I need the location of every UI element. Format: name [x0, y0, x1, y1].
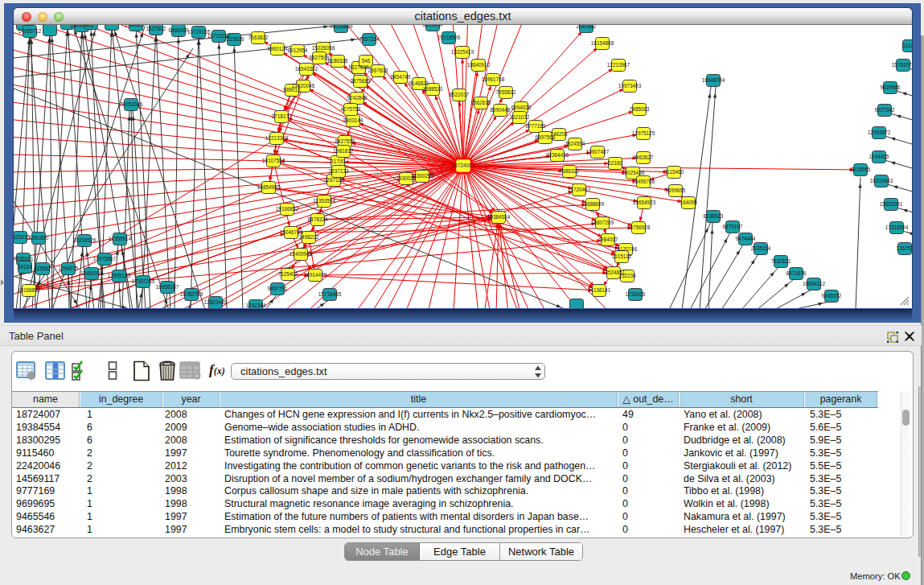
svg-text:16210643: 16210643: [870, 178, 893, 183]
svg-text:12213369: 12213369: [265, 135, 289, 141]
svg-text:62160: 62160: [608, 160, 622, 166]
svg-text:1581850: 1581850: [29, 235, 49, 241]
svg-text:12975125: 12975125: [632, 130, 655, 136]
svg-text:16648784: 16648784: [702, 77, 725, 83]
svg-text:16958107: 16958107: [156, 284, 179, 290]
svg-text:11451934: 11451934: [80, 270, 103, 276]
svg-text:14136141: 14136141: [588, 287, 611, 293]
svg-text:9327508: 9327508: [349, 64, 369, 70]
svg-text:11123: 11123: [903, 43, 912, 48]
svg-text:12409948: 12409948: [290, 251, 313, 257]
svg-text:2935114: 2935114: [751, 245, 771, 251]
svg-text:9777169: 9777169: [526, 123, 546, 129]
svg-text:19218506: 19218506: [437, 35, 461, 40]
svg-text:39154: 39154: [18, 264, 32, 270]
svg-text:1930022: 1930022: [396, 175, 417, 181]
svg-text:546: 546: [362, 58, 371, 64]
svg-text:10654112: 10654112: [803, 281, 825, 286]
svg-text:17359914: 17359914: [109, 236, 132, 241]
svg-text:7663822: 7663822: [248, 35, 269, 40]
svg-text:15756928: 15756928: [627, 225, 651, 230]
svg-text:12905135: 12905135: [108, 273, 131, 278]
svg-text:20091406: 20091406: [71, 25, 94, 28]
svg-text:15716485: 15716485: [318, 291, 342, 297]
svg-text:8813054: 8813054: [423, 25, 443, 27]
svg-text:6879197: 6879197: [723, 224, 743, 229]
svg-text:6994028: 6994028: [511, 105, 532, 110]
svg-text:7625402: 7625402: [278, 271, 298, 277]
svg-text:8990448: 8990448: [491, 107, 511, 113]
svg-text:1562615: 1562615: [471, 100, 491, 105]
svg-text:2803144: 2803144: [343, 117, 363, 123]
svg-text:16543382: 16543382: [295, 66, 318, 72]
svg-text:115682: 115682: [35, 266, 51, 271]
svg-text:3498222: 3498222: [299, 234, 319, 240]
svg-text:15751074: 15751074: [892, 62, 912, 68]
svg-text:1981812: 1981812: [334, 148, 354, 154]
svg-text:19654923: 19654923: [633, 200, 656, 205]
svg-text:7835001: 7835001: [14, 256, 34, 262]
svg-text:9827509: 9827509: [310, 55, 330, 60]
svg-text:1292344: 1292344: [246, 303, 266, 308]
svg-text:19384554: 19384554: [487, 214, 511, 220]
svg-text:16854985: 16854985: [257, 184, 281, 190]
svg-text:7955812: 7955812: [496, 89, 516, 95]
svg-text:13495786: 13495786: [632, 179, 655, 184]
svg-text:14055712: 14055712: [18, 28, 42, 34]
svg-text:8522037: 8522037: [450, 92, 470, 97]
svg-text:7357224: 7357224: [359, 36, 380, 42]
svg-text:16914479: 16914479: [304, 272, 327, 278]
svg-text:1621072: 1621072: [510, 114, 530, 120]
svg-text:3875685: 3875685: [351, 78, 371, 84]
svg-text:10607487: 10607487: [586, 149, 610, 154]
svg-text:1527602: 1527602: [146, 26, 166, 31]
svg-text:8454749: 8454749: [391, 74, 411, 80]
svg-text:7386322: 7386322: [560, 168, 580, 174]
svg-text:9245052: 9245052: [822, 293, 842, 299]
svg-text:1615132: 1615132: [612, 253, 632, 259]
svg-text:15720407: 15720407: [568, 187, 591, 192]
svg-text:126753: 126753: [896, 245, 912, 251]
svg-text:3267110: 3267110: [324, 177, 344, 183]
svg-text:15226058: 15226058: [312, 45, 335, 51]
svg-text:9329966: 9329966: [881, 84, 901, 90]
svg-text:8878334: 8878334: [308, 216, 328, 222]
svg-text:10688609: 10688609: [581, 201, 605, 207]
svg-text:12823448: 12823448: [204, 299, 228, 305]
svg-text:9227342: 9227342: [875, 107, 895, 113]
svg-text:9474444: 9474444: [736, 236, 756, 241]
svg-text:19166852: 19166852: [18, 287, 41, 293]
svg-text:12213967: 12213967: [607, 62, 630, 68]
svg-text:9242848: 9242848: [347, 95, 368, 101]
svg-text:10973493: 10973493: [618, 83, 642, 89]
svg-text:3537133: 3537133: [329, 168, 349, 174]
svg-text:16782759: 16782759: [180, 291, 203, 297]
svg-text:7515526: 7515526: [224, 36, 244, 42]
svg-text:2687682: 2687682: [577, 25, 597, 29]
svg-text:17016504: 17016504: [885, 225, 909, 230]
svg-text:2718170: 2718170: [272, 113, 292, 119]
svg-text:2367608: 2367608: [368, 68, 388, 73]
svg-text:18724007: 18724007: [452, 163, 475, 168]
svg-text:8471676: 8471676: [786, 270, 807, 276]
svg-text:8427552: 8427552: [335, 138, 355, 144]
svg-text:8186328: 8186328: [328, 58, 348, 64]
svg-text:252234: 252234: [618, 273, 636, 278]
svg-text:9146821: 9146821: [409, 80, 429, 86]
svg-text:10853257: 10853257: [125, 25, 148, 27]
svg-text:1244415: 1244415: [869, 154, 889, 159]
svg-text:8938923: 8938923: [704, 213, 724, 219]
svg-text:18807209: 18807209: [591, 220, 614, 225]
svg-text:9699695: 9699695: [666, 187, 686, 193]
svg-text:989012: 989012: [283, 87, 301, 93]
svg-text:20053346: 20053346: [120, 101, 143, 107]
svg-text:1733426: 1733426: [626, 291, 646, 297]
svg-text:4275752: 4275752: [341, 106, 361, 112]
svg-text:12093872: 12093872: [868, 130, 891, 135]
svg-text:9457791: 9457791: [268, 286, 288, 291]
svg-text:164095: 164095: [680, 200, 697, 205]
svg-text:9960124: 9960124: [268, 46, 288, 51]
svg-text:9463627: 9463627: [634, 154, 654, 160]
svg-text:16033809: 16033809: [330, 25, 353, 29]
svg-text:6897568: 6897568: [536, 134, 556, 140]
